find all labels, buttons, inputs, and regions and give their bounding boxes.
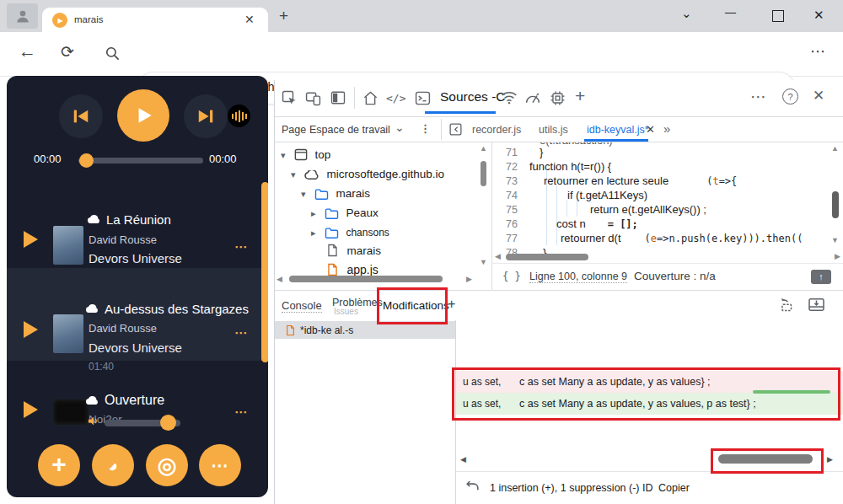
device-emulation-icon[interactable]	[305, 90, 321, 106]
drawer-tab-problems-ghost: Issues	[334, 307, 358, 316]
file-tree-pane: ▾ top ▾ microsoftedge.github.io ▾ marais…	[275, 142, 491, 290]
browser-tab[interactable]: ▶ marais ✕	[42, 8, 268, 33]
minimize-button[interactable]: —	[725, 6, 736, 19]
window-close-button[interactable]: ✕	[813, 8, 824, 23]
tab-overflow-icon[interactable]: »	[663, 121, 670, 136]
tree-row-peaux[interactable]: ▸ Peaux	[311, 205, 379, 220]
play-song-icon[interactable]	[24, 321, 38, 338]
tree-scroll-right-icon[interactable]: ▶	[466, 276, 472, 283]
tree-scroll-down-icon[interactable]: ▼	[480, 259, 487, 266]
song-album: Devors Universe	[89, 340, 182, 355]
workspace-chevron-icon[interactable]: ⌄	[395, 121, 405, 134]
devtools-menu-button[interactable]: ⋯	[750, 87, 766, 106]
tab-close-icon[interactable]: ✕	[244, 13, 255, 26]
volume-slider-thumb[interactable]	[160, 415, 176, 431]
song-menu-button[interactable]: ⋯	[234, 239, 249, 255]
visualizer-button[interactable]	[228, 105, 250, 127]
drawer-add-tab-button[interactable]: +	[448, 297, 455, 312]
total-time: 00:00	[209, 153, 237, 165]
editor-status-bar: { } Ligne 100, colonne 9 Couverture : n/…	[492, 263, 843, 291]
line-number: 72	[492, 161, 518, 173]
copy-button[interactable]: Copier	[658, 482, 690, 494]
tri-down-icon[interactable]: ▾	[281, 150, 286, 160]
diff-scroll-right-icon[interactable]: ▶	[827, 456, 833, 464]
tree-vscrollbar-thumb[interactable]	[481, 161, 486, 186]
add-songs-button[interactable]: +	[38, 444, 80, 486]
tree-hscrollbar-thumb[interactable]	[289, 276, 443, 282]
refresh-button[interactable]: ⟳	[61, 42, 74, 62]
show-navigator-icon[interactable]	[448, 122, 463, 137]
new-tab-button[interactable]: +	[279, 7, 288, 25]
player-more-button[interactable]: ⋯	[199, 444, 241, 486]
changes-summary-bar: 1 insertion (+), 1 suppression (-) ID Co…	[456, 471, 843, 504]
tree-row-marais-file[interactable]: marais	[327, 243, 381, 258]
drawer-tab-console[interactable]: Console	[282, 299, 322, 313]
inspect-element-icon[interactable]	[282, 90, 298, 106]
file-tab-utils[interactable]: utils.js	[539, 124, 568, 136]
tree-scroll-left-icon[interactable]: ◀	[277, 276, 282, 283]
playlist-item[interactable]: La Réunion David Rousse Devors Universe …	[7, 184, 268, 268]
network-wifi-icon[interactable]	[501, 90, 518, 105]
search-button[interactable]	[105, 46, 121, 62]
home-icon[interactable]	[362, 90, 379, 106]
dock-side-icon[interactable]	[330, 90, 346, 105]
song-menu-button[interactable]: ⋯	[234, 325, 249, 340]
diff-scroll-left-icon[interactable]: ◀	[460, 456, 466, 464]
code-editor[interactable]: e(t.transaction) 71 } 72 function h(t=r(…	[492, 142, 843, 263]
editor-scroll-left-icon[interactable]: ◀	[495, 253, 501, 260]
browser-menu-button[interactable]: ⋯	[810, 42, 825, 61]
console-panel-icon[interactable]	[415, 90, 431, 106]
volume-icon[interactable]	[87, 415, 99, 427]
previous-track-button[interactable]	[59, 94, 103, 138]
tree-scroll-up-icon[interactable]: ▲	[480, 145, 487, 153]
editor-scroll-down-icon[interactable]: ▼	[831, 237, 839, 244]
theme-button[interactable]: ◑	[92, 444, 134, 486]
dock-drawer-icon[interactable]	[808, 298, 825, 312]
braces-icon[interactable]: { }	[502, 271, 521, 282]
tab-workspace[interactable]: Espace de travail	[309, 124, 390, 136]
file-tab-idb-keyval-active[interactable]: idb-keyval.js*	[587, 124, 649, 136]
song-menu-button[interactable]: ⋯	[234, 405, 249, 420]
editor-hscrollbar-thumb[interactable]	[506, 254, 588, 260]
seek-slider-thumb[interactable]	[79, 153, 94, 168]
nav-kebab-icon[interactable]: ⋮	[420, 122, 431, 135]
play-song-icon[interactable]	[24, 401, 38, 418]
more-tabs-button[interactable]: +	[575, 86, 585, 106]
expand-panel-icon[interactable]: ↑	[811, 270, 831, 284]
tree-row-top[interactable]: ▾ top	[281, 147, 330, 162]
record-button[interactable]: ◎	[146, 444, 188, 486]
tree-row-marais-folder[interactable]: ▾ marais	[301, 185, 370, 201]
revert-changes-icon[interactable]	[777, 298, 794, 313]
elements-panel-icon[interactable]: </>	[386, 92, 405, 105]
editor-scroll-right-icon[interactable]: ▶	[835, 253, 840, 260]
editor-scroll-up-icon[interactable]: ▲	[831, 145, 839, 153]
playlist-scrollbar[interactable]	[261, 182, 268, 362]
editor-vscrollbar-thumb[interactable]	[832, 191, 839, 218]
tab-list-chevron-icon[interactable]: ⌄	[681, 6, 692, 21]
line-number: 75	[492, 204, 518, 216]
seek-slider[interactable]	[78, 158, 203, 164]
devtools-close-button[interactable]: ✕	[813, 87, 824, 105]
file-tab-close-icon[interactable]: ✕	[646, 123, 655, 136]
tri-right-icon[interactable]: ▸	[311, 228, 316, 238]
performance-gauge-icon[interactable]	[524, 90, 541, 105]
tri-down-icon[interactable]: ▾	[301, 189, 306, 199]
tab-page[interactable]: Page	[282, 124, 306, 136]
play-button[interactable]	[117, 89, 169, 142]
maximize-button[interactable]	[772, 10, 784, 22]
play-song-icon[interactable]	[24, 231, 38, 248]
file-tab-recorder[interactable]: recorder.js	[472, 124, 521, 136]
next-track-button[interactable]	[184, 94, 228, 138]
tab-sources[interactable]: Sources -C	[440, 89, 506, 105]
tri-right-icon[interactable]: ▸	[311, 208, 316, 218]
help-button[interactable]: ?	[782, 88, 798, 105]
tree-row-host[interactable]: ▾ microsoftedge.github.io	[291, 166, 444, 181]
profile-avatar[interactable]	[7, 3, 38, 29]
playlist-item-active[interactable]: Au-dessus des Stargazes David Rousse Dev…	[7, 268, 268, 361]
tree-row-chansons[interactable]: ▸ chansons	[311, 224, 389, 239]
undo-icon[interactable]	[464, 478, 481, 494]
back-button[interactable]: ←	[19, 41, 36, 62]
memory-chip-icon[interactable]	[550, 90, 566, 106]
browser-toolbar: ← ⟳ microsoftedge.github.io/Demos/pwamp/…	[0, 32, 843, 77]
tri-down-icon[interactable]: ▾	[291, 169, 296, 180]
